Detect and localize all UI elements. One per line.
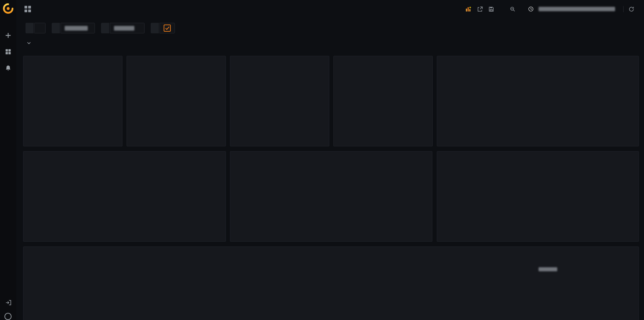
main-area: [16, 0, 644, 320]
stat-value: [23, 101, 122, 112]
stat-value: [127, 101, 226, 112]
sidebar: [0, 0, 16, 320]
filter-bar: [16, 23, 644, 33]
panel-title[interactable]: [437, 56, 639, 65]
panel-title[interactable]: [230, 151, 432, 161]
redacted-value: [114, 26, 134, 31]
legend-row-all: [531, 273, 633, 280]
legend-stats: [150, 228, 221, 229]
legend-stats: [611, 228, 634, 229]
stat-value: [230, 101, 329, 112]
configuration-gear-icon[interactable]: [4, 80, 12, 89]
variable-data-source: [26, 23, 46, 33]
transaction-dropdown[interactable]: [110, 23, 145, 33]
legend-header-row: [531, 258, 633, 266]
panel-title[interactable]: [127, 56, 226, 65]
add-panel-icon[interactable]: [465, 6, 472, 13]
dashboard-grid-icon[interactable]: [24, 6, 31, 12]
series-color-dash: [442, 235, 447, 237]
legend-series[interactable]: [531, 276, 571, 277]
share-icon[interactable]: [477, 6, 483, 12]
response-times-legend: [531, 258, 633, 280]
throughput-chart[interactable]: [26, 161, 224, 227]
clock-icon: [528, 6, 534, 12]
error-rate-gauge[interactable]: [437, 65, 639, 146]
variable-label: [26, 23, 34, 33]
time-range-redacted: [539, 7, 615, 11]
panel-total-errors: [230, 151, 432, 242]
panel-received-bytes: [230, 56, 329, 146]
response-times-chart[interactable]: [26, 256, 546, 319]
panel-error-rate-gauge: [437, 56, 639, 146]
save-icon[interactable]: [488, 6, 494, 12]
chevron-down-icon: [27, 41, 31, 45]
data-source-dropdown[interactable]: [34, 23, 46, 33]
redacted-value: [65, 26, 88, 31]
panel-title[interactable]: [23, 247, 639, 256]
panel-total-throughput: [23, 151, 226, 242]
redacted-series-name: [539, 267, 557, 271]
series-color-dash: [531, 276, 536, 277]
legend-stats: [404, 228, 428, 229]
help-icon[interactable]: [4, 313, 12, 320]
dashboards-icon[interactable]: [4, 48, 12, 56]
variable-transaction: [101, 23, 145, 33]
variable-label: [52, 23, 60, 33]
dashboard-header: [16, 0, 644, 18]
grafana-logo-icon[interactable]: [2, 3, 14, 14]
check-icon: [165, 26, 170, 31]
series-color-dash: [531, 269, 536, 270]
time-range-picker[interactable]: [528, 6, 617, 12]
legend-row-redacted-series: [531, 266, 633, 273]
panel-failed-requests: [127, 56, 226, 146]
panel-total-requests: [23, 56, 122, 146]
legend-series-req-s[interactable]: [28, 235, 36, 237]
sign-in-icon[interactable]: [4, 299, 13, 307]
refresh-icon[interactable]: [623, 6, 634, 12]
marker-checkbox-wrap: [160, 23, 175, 33]
marker-checkbox[interactable]: [164, 25, 171, 32]
panel-response-times: [23, 246, 639, 320]
marker-label: [151, 23, 159, 33]
panel-title[interactable]: [230, 56, 329, 65]
alerting-bell-icon[interactable]: [4, 64, 12, 72]
panel-title[interactable]: [334, 56, 432, 65]
zoom-out-icon[interactable]: [510, 6, 516, 12]
annotation-marker-toggle: [151, 23, 175, 33]
series-color-dash: [28, 235, 33, 237]
legend-series[interactable]: [531, 267, 571, 271]
series-color-dash: [235, 235, 240, 237]
errors-chart[interactable]: [232, 161, 430, 227]
threads-chart[interactable]: [439, 161, 637, 227]
application-dropdown[interactable]: [61, 23, 95, 33]
stat-value: [334, 101, 432, 112]
panel-title[interactable]: [437, 151, 639, 161]
legend-series-threads[interactable]: [442, 235, 449, 237]
panel-sent-bytes: [333, 56, 433, 146]
section-summary[interactable]: [16, 39, 644, 47]
panel-title[interactable]: [23, 56, 122, 65]
sidebar-nav: [0, 31, 16, 89]
variable-label: [101, 23, 109, 33]
panel-title[interactable]: [23, 151, 226, 161]
legend-series-errors[interactable]: [235, 235, 243, 237]
variable-application: [52, 23, 95, 33]
panel-active-threads: [437, 151, 639, 242]
create-plus-icon[interactable]: [4, 31, 12, 39]
